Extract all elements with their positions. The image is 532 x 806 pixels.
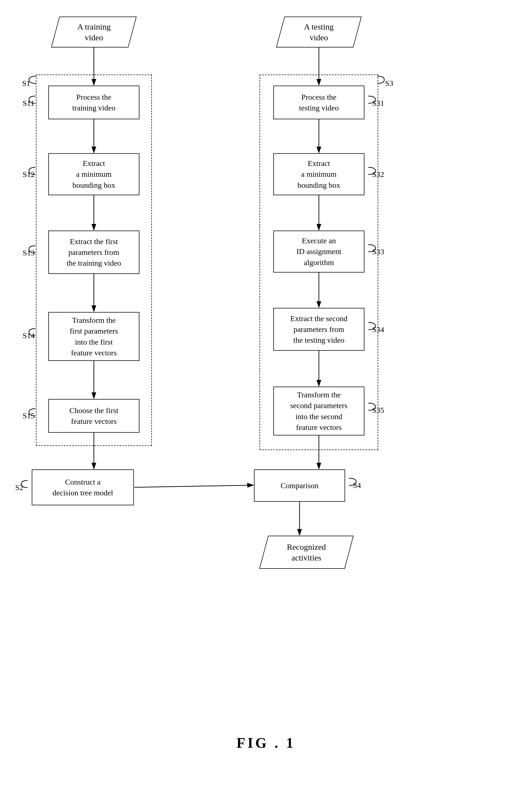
s1-brace (27, 76, 37, 84)
choose-first-feature-vectors: Choose the firstfeature vectors (48, 399, 139, 433)
s4-brace (348, 478, 357, 486)
label-s3: S3 (385, 79, 394, 88)
transform-first-params: Transform thefirst parametersinto the fi… (48, 312, 139, 361)
transform-first-params-label: Transform thefirst parametersinto the fi… (70, 315, 118, 358)
execute-id-label: Execute anID assignmentalgorithm (297, 235, 342, 268)
s11-brace (27, 96, 36, 104)
transform-second-params-label: Transform thesecond parametersinto the s… (290, 389, 347, 433)
extract-min-bbox-right: Extracta minimumbounding box (273, 153, 364, 195)
comparison-box: Comparison (254, 469, 345, 502)
extract-second-params: Extract the secondparameters fromthe tes… (273, 308, 364, 351)
s12-brace (27, 167, 36, 175)
transform-second-params: Transform thesecond parametersinto the s… (273, 387, 364, 435)
testing-video-input: A testing video (276, 17, 362, 48)
process-training-label: Process thetraining video (72, 92, 115, 113)
training-video-input: A training video (51, 17, 137, 48)
s15-brace (27, 408, 36, 416)
recognized-activities-output: Recognized activities (259, 536, 354, 569)
s31-brace (368, 96, 376, 104)
comparison-label: Comparison (281, 480, 319, 491)
extract-min-bbox-right-label: Extracta minimumbounding box (298, 158, 340, 190)
s33-brace (368, 244, 376, 252)
choose-first-label: Choose the firstfeature vectors (69, 405, 118, 427)
extract-first-params-label: Extract the firstparameters fromthe trai… (66, 236, 121, 269)
extract-min-bbox-left: Extracta minimumbounding box (48, 153, 139, 195)
testing-video-label: A testing video (304, 21, 334, 43)
s3-brace (376, 76, 386, 84)
training-video-label: A training video (77, 21, 111, 43)
s2-brace (20, 480, 28, 488)
extract-first-params: Extract the firstparameters fromthe trai… (48, 230, 139, 274)
construct-decision-tree: Construct adecision tree model (32, 469, 134, 505)
process-testing-label: Process thetesting video (299, 92, 339, 113)
s32-brace (368, 167, 376, 175)
s14-brace (27, 328, 36, 336)
s34-brace (368, 322, 376, 330)
process-testing-video: Process thetesting video (273, 86, 364, 119)
extract-min-bbox-left-label: Extracta minimumbounding box (73, 158, 115, 190)
s35-brace (368, 402, 376, 411)
construct-decision-tree-label: Construct adecision tree model (53, 476, 113, 498)
diagram-container: S1 S3 A training video A testing video P… (0, 0, 532, 773)
figure-caption: FIG . 1 (236, 735, 296, 751)
process-training-video: Process thetraining video (48, 86, 139, 119)
extract-second-params-label: Extract the secondparameters fromthe tes… (290, 313, 347, 346)
recognized-activities-label: Recognized activities (287, 542, 326, 563)
svg-line-7 (134, 485, 253, 487)
s13-brace (27, 245, 36, 254)
execute-id-assignment: Execute anID assignmentalgorithm (273, 230, 364, 273)
